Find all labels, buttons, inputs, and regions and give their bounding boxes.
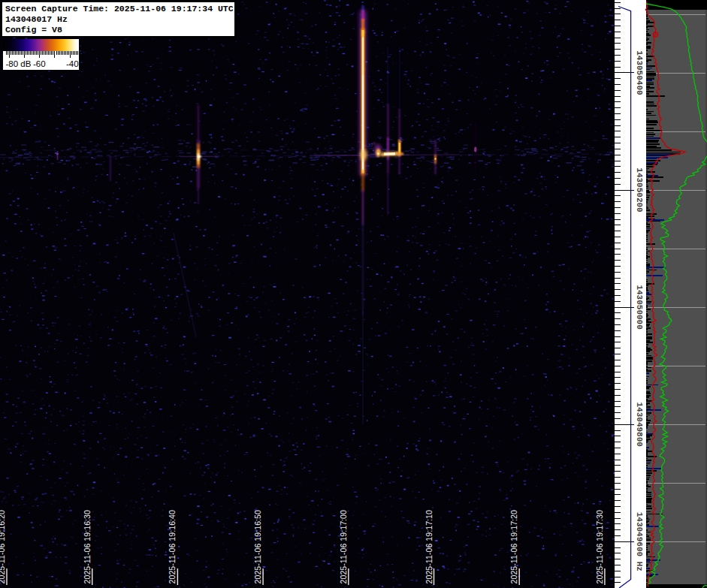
svg-text:143049800: 143049800 xyxy=(635,402,644,446)
svg-text:143050200: 143050200 xyxy=(635,167,644,212)
svg-text:-40: -40 xyxy=(66,59,79,68)
svg-text:2025-11-06 19:16:30: 2025-11-06 19:16:30 xyxy=(83,510,92,584)
svg-text:2025-11-06 19:16:40: 2025-11-06 19:16:40 xyxy=(168,510,177,584)
svg-text:2025-11-06 19:16:20: 2025-11-06 19:16:20 xyxy=(0,510,6,584)
svg-text:2025-11-06 19:17:10: 2025-11-06 19:17:10 xyxy=(425,510,434,584)
svg-text:-60: -60 xyxy=(33,59,46,68)
svg-text:-80 dB: -80 dB xyxy=(6,59,32,68)
svg-text:2025-11-06 19:17:00: 2025-11-06 19:17:00 xyxy=(339,510,348,584)
svg-text:2025-11-06 19:17:30: 2025-11-06 19:17:30 xyxy=(595,510,604,584)
svg-text:143050400: 143050400 xyxy=(635,50,644,95)
svg-text:2025-11-06 19:17:20: 2025-11-06 19:17:20 xyxy=(509,510,518,584)
svg-text:143049600 Hz: 143049600 Hz xyxy=(635,512,644,571)
svg-text:2025-11-06 19:16:50: 2025-11-06 19:16:50 xyxy=(253,510,262,584)
svg-text:143050000: 143050000 xyxy=(635,285,644,329)
